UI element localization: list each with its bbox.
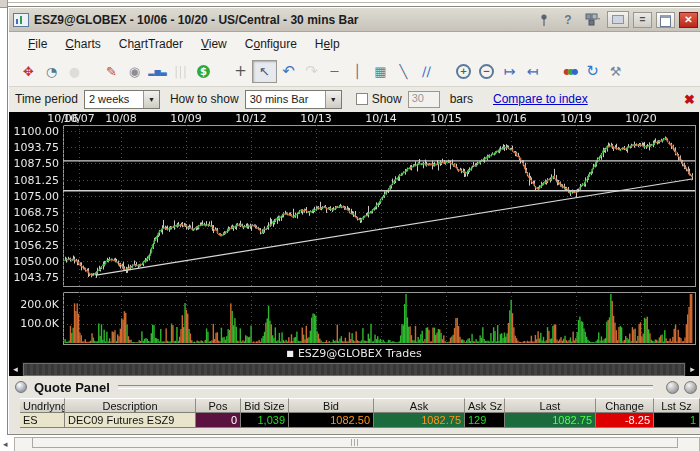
cell-bid_size[interactable]: 1,039 bbox=[241, 413, 289, 428]
scroll-chart-left-icon[interactable]: ↤ bbox=[521, 61, 544, 82]
legend-label: ESZ9@GLOBEX Trades bbox=[298, 347, 422, 360]
screen: ESZ9@GLOBEX - 10/06 - 10/20 - US/Central… bbox=[0, 0, 700, 451]
chart-scrollbar[interactable]: ◂ ▸ bbox=[9, 362, 699, 376]
blocks-icon[interactable] bbox=[583, 12, 601, 28]
scroll-left-arrow[interactable]: ◂ bbox=[9, 362, 22, 376]
pointer-tool-icon[interactable]: ↖ bbox=[252, 60, 277, 83]
column-header-lst_sz[interactable]: Lst Sz bbox=[654, 398, 700, 413]
cell-undrlyng[interactable]: ES bbox=[20, 413, 65, 428]
undo-icon[interactable]: ↶ bbox=[277, 61, 300, 82]
panel-settings-icon[interactable] bbox=[684, 381, 697, 394]
spheres-icon[interactable]: ●●● bbox=[558, 61, 581, 82]
quote-panel: Quote Panel UndrlyngDescriptionPosBid Si… bbox=[9, 376, 700, 433]
chevron-down-icon[interactable]: ▼ bbox=[325, 91, 341, 108]
show-bars-checkbox[interactable] bbox=[356, 93, 368, 105]
cell-ask[interactable]: 1082.75 bbox=[374, 413, 465, 428]
redo-icon: ↷ bbox=[300, 61, 323, 82]
outer-scroll-left-arrow[interactable]: ◂ bbox=[3, 439, 8, 449]
close-controls-icon[interactable]: ✖ bbox=[684, 92, 695, 107]
compare-to-index-link[interactable]: Compare to index bbox=[493, 92, 588, 106]
cell-change[interactable]: -8.25 bbox=[596, 413, 654, 428]
chevron-down-icon[interactable]: ▼ bbox=[143, 91, 159, 108]
minimize-button[interactable]: = bbox=[633, 12, 652, 28]
close-button[interactable]: ✕ bbox=[679, 12, 698, 28]
column-header-change[interactable]: Change bbox=[596, 398, 654, 413]
scroll-chart-right-icon[interactable]: ↦ bbox=[498, 61, 521, 82]
bar-chart-icon[interactable]: ▂▅▃ bbox=[146, 61, 169, 82]
gauge-disabled-icon: ● bbox=[63, 61, 86, 82]
time-period-select[interactable]: 2 weeks ▼ bbox=[84, 90, 160, 109]
gauge-icon[interactable]: ◔ bbox=[40, 61, 63, 82]
refresh-icon[interactable]: ↻ bbox=[581, 61, 604, 82]
menu-item-charts[interactable]: Charts bbox=[56, 34, 109, 54]
chart-area: ■ESZ9@GLOBEX Trades bbox=[9, 112, 699, 362]
title-bar[interactable]: ESZ9@GLOBEX - 10/06 - 10/20 - US/Central… bbox=[9, 8, 700, 32]
horizontal-line-tool-icon[interactable]: ─ bbox=[323, 61, 346, 82]
cell-lst_sz[interactable]: 1 bbox=[654, 413, 700, 428]
menu-item-view[interactable]: View bbox=[192, 34, 236, 54]
draw-pencil-icon[interactable]: ✎ bbox=[100, 61, 123, 82]
quote-panel-header: Quote Panel bbox=[15, 379, 697, 395]
quote-row[interactable]: ESDEC09 Futures ESZ901,0391082.501082.75… bbox=[20, 413, 700, 428]
quote-table: UndrlyngDescriptionPosBid SizeBidAskAsk … bbox=[20, 398, 700, 428]
column-header-last[interactable]: Last bbox=[505, 398, 596, 413]
restore-button[interactable] bbox=[656, 12, 675, 28]
vertical-line-tool-icon[interactable]: │ bbox=[346, 61, 369, 82]
column-header-ask_sz[interactable]: Ask Sz bbox=[465, 398, 505, 413]
top-divider bbox=[8, 2, 700, 3]
cell-description[interactable]: DEC09 Futures ESZ9 bbox=[65, 413, 196, 428]
quote-panel-title: Quote Panel bbox=[34, 380, 110, 395]
cell-ask_sz[interactable]: 129 bbox=[465, 413, 505, 428]
menu-item-configure[interactable]: Configure bbox=[236, 34, 306, 54]
trendline-tool-icon[interactable]: ╲ bbox=[392, 61, 415, 82]
menu-bar: FileChartsChartTraderViewConfigureHelp bbox=[9, 32, 700, 57]
panel-knob-icon[interactable] bbox=[15, 381, 27, 393]
study-tool-icon[interactable]: ▦ bbox=[369, 61, 392, 82]
zoom-out-icon[interactable]: − bbox=[475, 61, 498, 82]
channel-tool-icon[interactable]: ∕∕ bbox=[415, 61, 438, 82]
scroll-right-arrow[interactable]: ▸ bbox=[686, 362, 699, 376]
chart-window: ESZ9@GLOBEX - 10/06 - 10/20 - US/Central… bbox=[7, 6, 700, 435]
time-period-label: Time period bbox=[15, 92, 78, 106]
bars-label: bars bbox=[450, 92, 473, 106]
window-title: ESZ9@GLOBEX - 10/06 - 10/20 - US/Central… bbox=[34, 13, 358, 27]
column-header-undrlyng[interactable]: Undrlyng bbox=[20, 398, 65, 413]
column-header-pos[interactable]: Pos bbox=[196, 398, 241, 413]
cell-pos[interactable]: 0 bbox=[196, 413, 241, 428]
how-to-show-select[interactable]: 30 mins Bar ▼ bbox=[245, 90, 342, 109]
chart-controls-row: Time period 2 weeks ▼ How to show 30 min… bbox=[9, 86, 700, 111]
column-header-description[interactable]: Description bbox=[65, 398, 196, 413]
chart-scrollbar-thumb[interactable] bbox=[23, 363, 685, 376]
crosshair-icon[interactable]: + bbox=[229, 61, 252, 82]
show-label: Show bbox=[372, 92, 402, 106]
toolbar: ✥◔●✎◉▂▅▃|||$+↖↶↷─│▦╲∕∕+−↦↤●●●↻⚒ bbox=[9, 56, 700, 86]
how-to-show-label: How to show bbox=[170, 92, 239, 106]
help-icon[interactable]: ? bbox=[559, 12, 577, 28]
legend-bullet-icon: ■ bbox=[286, 349, 294, 358]
move-tool-icon[interactable]: ✥ bbox=[17, 61, 40, 82]
settings-wrench-icon[interactable]: ⚒ bbox=[604, 61, 627, 82]
price-volume-chart[interactable] bbox=[9, 112, 699, 362]
grid-lines-icon: ||| bbox=[169, 61, 192, 82]
menu-item-help[interactable]: Help bbox=[306, 34, 349, 54]
chart-app-icon bbox=[13, 13, 29, 27]
zoom-in-icon[interactable]: + bbox=[452, 61, 475, 82]
bars-count-input[interactable]: 30 bbox=[408, 91, 440, 108]
outer-horizontal-scrollbar[interactable]: ◂ ||| bbox=[0, 436, 700, 451]
menu-item-charttrader[interactable]: ChartTrader bbox=[110, 34, 192, 54]
pin-icon[interactable] bbox=[535, 12, 553, 28]
column-header-bid_size[interactable]: Bid Size bbox=[241, 398, 289, 413]
dollar-icon[interactable]: $ bbox=[192, 61, 215, 82]
outer-scrollbar-thumb[interactable]: ||| bbox=[32, 437, 678, 448]
column-header-bid[interactable]: Bid bbox=[289, 398, 374, 413]
panel-tool-icon[interactable] bbox=[666, 381, 679, 394]
menu-item-file[interactable]: File bbox=[19, 34, 56, 54]
header-separator bbox=[118, 385, 653, 389]
chart-legend: ■ESZ9@GLOBEX Trades bbox=[9, 347, 699, 360]
cell-bid[interactable]: 1082.50 bbox=[289, 413, 374, 428]
column-header-ask[interactable]: Ask bbox=[374, 398, 465, 413]
cell-last[interactable]: 1082.75 bbox=[505, 413, 596, 428]
shape-circle-icon[interactable]: ◉ bbox=[123, 61, 146, 82]
quote-header-row: UndrlyngDescriptionPosBid SizeBidAskAsk … bbox=[20, 398, 700, 413]
float-window-button[interactable] bbox=[607, 11, 629, 28]
